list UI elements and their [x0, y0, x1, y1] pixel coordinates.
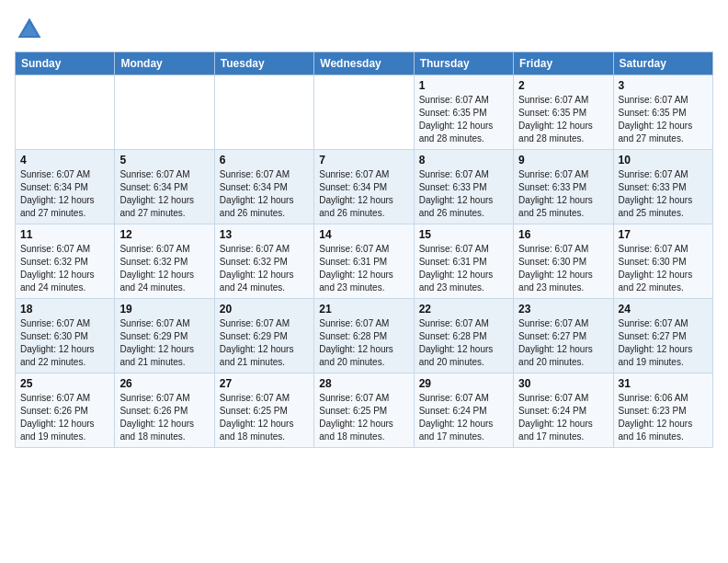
day-number: 24 [619, 303, 708, 316]
day-number: 7 [319, 154, 408, 167]
day-header-wednesday: Wednesday [314, 52, 414, 75]
day-info: Sunrise: 6:07 AM Sunset: 6:29 PM Dayligh… [119, 317, 209, 369]
calendar-cell: 30Sunrise: 6:07 AM Sunset: 6:24 PM Dayli… [514, 373, 613, 448]
page-header [15, 15, 713, 44]
day-info: Sunrise: 6:07 AM Sunset: 6:26 PM Dayligh… [119, 392, 209, 443]
day-info: Sunrise: 6:06 AM Sunset: 6:23 PM Dayligh… [619, 392, 708, 443]
calendar-cell: 27Sunrise: 6:07 AM Sunset: 6:25 PM Dayli… [214, 373, 313, 448]
calendar-cell: 2Sunrise: 6:07 AM Sunset: 6:35 PM Daylig… [514, 75, 613, 150]
calendar-cell: 16Sunrise: 6:07 AM Sunset: 6:30 PM Dayli… [514, 224, 613, 299]
day-info: Sunrise: 6:07 AM Sunset: 6:31 PM Dayligh… [419, 243, 508, 294]
day-info: Sunrise: 6:07 AM Sunset: 6:25 PM Dayligh… [220, 392, 309, 443]
day-number: 12 [119, 228, 209, 241]
day-number: 15 [419, 228, 508, 241]
day-info: Sunrise: 6:07 AM Sunset: 6:30 PM Dayligh… [619, 243, 708, 294]
calendar-cell: 14Sunrise: 6:07 AM Sunset: 6:31 PM Dayli… [314, 224, 414, 299]
calendar-cell: 11Sunrise: 6:07 AM Sunset: 6:32 PM Dayli… [16, 224, 115, 299]
day-number: 19 [119, 303, 209, 316]
day-header-monday: Monday [115, 52, 214, 75]
day-info: Sunrise: 6:07 AM Sunset: 6:26 PM Dayligh… [20, 392, 109, 443]
calendar-cell [214, 75, 313, 150]
calendar-cell: 4Sunrise: 6:07 AM Sunset: 6:34 PM Daylig… [16, 150, 115, 224]
day-info: Sunrise: 6:07 AM Sunset: 6:32 PM Dayligh… [220, 243, 309, 294]
day-number: 5 [119, 154, 209, 167]
day-number: 30 [518, 377, 608, 390]
day-header-friday: Friday [514, 52, 613, 75]
calendar-body: 1Sunrise: 6:07 AM Sunset: 6:35 PM Daylig… [16, 75, 713, 448]
day-number: 14 [319, 228, 408, 241]
day-number: 17 [619, 228, 708, 241]
calendar-cell: 29Sunrise: 6:07 AM Sunset: 6:24 PM Dayli… [414, 373, 513, 448]
calendar-cell: 15Sunrise: 6:07 AM Sunset: 6:31 PM Dayli… [414, 224, 513, 299]
day-info: Sunrise: 6:07 AM Sunset: 6:27 PM Dayligh… [619, 317, 708, 369]
day-number: 4 [20, 154, 109, 167]
day-info: Sunrise: 6:07 AM Sunset: 6:32 PM Dayligh… [20, 243, 109, 294]
day-number: 9 [518, 154, 608, 167]
day-info: Sunrise: 6:07 AM Sunset: 6:30 PM Dayligh… [518, 243, 608, 294]
day-header-sunday: Sunday [16, 52, 115, 75]
day-info: Sunrise: 6:07 AM Sunset: 6:30 PM Dayligh… [20, 317, 109, 369]
calendar-cell: 19Sunrise: 6:07 AM Sunset: 6:29 PM Dayli… [115, 299, 214, 373]
day-number: 1 [419, 79, 508, 92]
day-number: 26 [119, 377, 209, 390]
day-number: 21 [319, 303, 408, 316]
calendar-cell [314, 75, 414, 150]
day-number: 27 [220, 377, 309, 390]
day-info: Sunrise: 6:07 AM Sunset: 6:25 PM Dayligh… [319, 392, 408, 443]
calendar-cell: 28Sunrise: 6:07 AM Sunset: 6:25 PM Dayli… [314, 373, 414, 448]
day-number: 25 [20, 377, 109, 390]
day-info: Sunrise: 6:07 AM Sunset: 6:34 PM Dayligh… [20, 168, 109, 220]
calendar-cell: 7Sunrise: 6:07 AM Sunset: 6:34 PM Daylig… [314, 150, 414, 224]
calendar-table: SundayMondayTuesdayWednesdayThursdayFrid… [15, 52, 713, 448]
day-info: Sunrise: 6:07 AM Sunset: 6:27 PM Dayligh… [518, 317, 608, 369]
day-info: Sunrise: 6:07 AM Sunset: 6:33 PM Dayligh… [419, 168, 508, 220]
calendar-cell: 18Sunrise: 6:07 AM Sunset: 6:30 PM Dayli… [16, 299, 115, 373]
calendar-cell: 21Sunrise: 6:07 AM Sunset: 6:28 PM Dayli… [314, 299, 414, 373]
day-number: 6 [220, 154, 309, 167]
day-info: Sunrise: 6:07 AM Sunset: 6:32 PM Dayligh… [119, 243, 209, 294]
day-info: Sunrise: 6:07 AM Sunset: 6:24 PM Dayligh… [518, 392, 608, 443]
day-info: Sunrise: 6:07 AM Sunset: 6:34 PM Dayligh… [119, 168, 209, 220]
day-number: 8 [419, 154, 508, 167]
calendar-cell [115, 75, 214, 150]
day-number: 11 [20, 228, 109, 241]
day-header-thursday: Thursday [414, 52, 513, 75]
day-header-saturday: Saturday [613, 52, 712, 75]
day-number: 23 [518, 303, 608, 316]
calendar-week-5: 25Sunrise: 6:07 AM Sunset: 6:26 PM Dayli… [16, 373, 713, 448]
calendar-cell: 1Sunrise: 6:07 AM Sunset: 6:35 PM Daylig… [414, 75, 513, 150]
calendar-cell: 25Sunrise: 6:07 AM Sunset: 6:26 PM Dayli… [16, 373, 115, 448]
day-info: Sunrise: 6:07 AM Sunset: 6:34 PM Dayligh… [319, 168, 408, 220]
day-number: 13 [220, 228, 309, 241]
calendar-cell: 10Sunrise: 6:07 AM Sunset: 6:33 PM Dayli… [613, 150, 712, 224]
day-info: Sunrise: 6:07 AM Sunset: 6:24 PM Dayligh… [419, 392, 508, 443]
logo [15, 15, 48, 44]
calendar-cell: 22Sunrise: 6:07 AM Sunset: 6:28 PM Dayli… [414, 299, 513, 373]
day-number: 18 [20, 303, 109, 316]
calendar-cell: 26Sunrise: 6:07 AM Sunset: 6:26 PM Dayli… [115, 373, 214, 448]
calendar-cell: 3Sunrise: 6:07 AM Sunset: 6:35 PM Daylig… [613, 75, 712, 150]
calendar-week-1: 1Sunrise: 6:07 AM Sunset: 6:35 PM Daylig… [16, 75, 713, 150]
calendar-cell: 6Sunrise: 6:07 AM Sunset: 6:34 PM Daylig… [214, 150, 313, 224]
calendar-cell: 31Sunrise: 6:06 AM Sunset: 6:23 PM Dayli… [613, 373, 712, 448]
calendar-cell: 12Sunrise: 6:07 AM Sunset: 6:32 PM Dayli… [115, 224, 214, 299]
day-info: Sunrise: 6:07 AM Sunset: 6:28 PM Dayligh… [419, 317, 508, 369]
day-number: 2 [518, 79, 608, 92]
day-info: Sunrise: 6:07 AM Sunset: 6:34 PM Dayligh… [220, 168, 309, 220]
logo-icon [15, 15, 44, 44]
calendar-week-4: 18Sunrise: 6:07 AM Sunset: 6:30 PM Dayli… [16, 299, 713, 373]
calendar-cell: 5Sunrise: 6:07 AM Sunset: 6:34 PM Daylig… [115, 150, 214, 224]
calendar-cell: 13Sunrise: 6:07 AM Sunset: 6:32 PM Dayli… [214, 224, 313, 299]
day-number: 20 [220, 303, 309, 316]
day-info: Sunrise: 6:07 AM Sunset: 6:29 PM Dayligh… [220, 317, 309, 369]
day-number: 29 [419, 377, 508, 390]
day-number: 3 [619, 79, 708, 92]
calendar-cell: 8Sunrise: 6:07 AM Sunset: 6:33 PM Daylig… [414, 150, 513, 224]
calendar-week-3: 11Sunrise: 6:07 AM Sunset: 6:32 PM Dayli… [16, 224, 713, 299]
calendar-cell: 17Sunrise: 6:07 AM Sunset: 6:30 PM Dayli… [613, 224, 712, 299]
day-number: 31 [619, 377, 708, 390]
calendar-cell: 23Sunrise: 6:07 AM Sunset: 6:27 PM Dayli… [514, 299, 613, 373]
day-info: Sunrise: 6:07 AM Sunset: 6:35 PM Dayligh… [619, 94, 708, 145]
calendar-cell: 24Sunrise: 6:07 AM Sunset: 6:27 PM Dayli… [613, 299, 712, 373]
calendar-week-2: 4Sunrise: 6:07 AM Sunset: 6:34 PM Daylig… [16, 150, 713, 224]
